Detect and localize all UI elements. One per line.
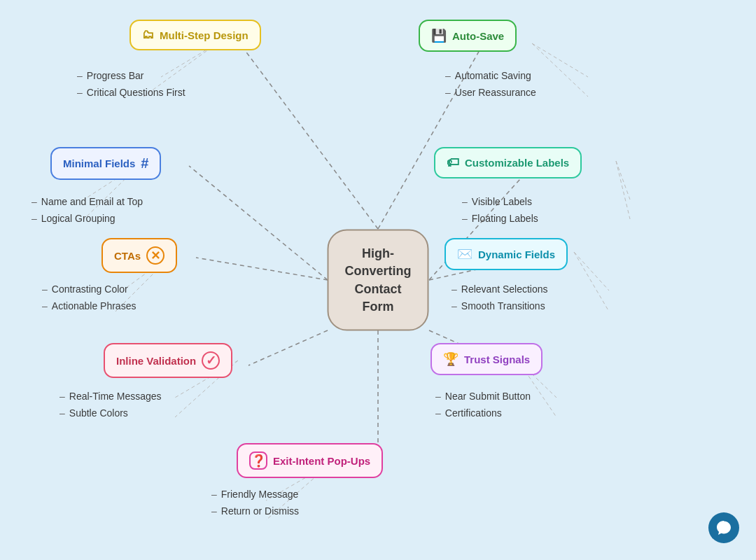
auto-save-icon: 💾 <box>431 28 447 43</box>
sub-return-dismiss: Return or Dismiss <box>211 505 299 517</box>
customizable-labels-icon: 🏷 <box>447 155 459 170</box>
svg-line-20 <box>574 252 609 312</box>
branch-trust-signals: 🏆 Trust Signals <box>430 343 542 375</box>
dynamic-fields-icon: ✉️ <box>457 246 472 262</box>
sub-logical-grouping: Logical Grouping <box>31 213 143 224</box>
svg-line-15 <box>616 161 630 200</box>
sub-floating-labels: Floating Labels <box>462 213 538 224</box>
sub-critical-questions: Critical Questions First <box>77 87 186 98</box>
sub-certifications: Certifications <box>435 407 531 419</box>
ctas-label: CTAs <box>114 250 141 262</box>
sub-realtime-messages: Real-Time Messages <box>59 391 162 402</box>
exit-intent-icon: ❓ <box>249 451 267 470</box>
customizable-labels-subitems: Visible Labels Floating Labels <box>462 196 538 224</box>
branch-customizable-labels: 🏷 Customizable Labels <box>434 147 582 178</box>
branch-ctas: CTAs ✕ <box>102 238 177 273</box>
svg-line-12 <box>532 43 588 97</box>
sub-smooth-transitions: Smooth Transitions <box>451 300 548 312</box>
minimal-fields-subitems: Name and Email at Top Logical Grouping <box>31 196 143 224</box>
sub-progress-bar: Progress Bar <box>77 70 186 81</box>
branch-minimal-fields: Minimal Fields # <box>50 147 161 180</box>
svg-line-0 <box>245 50 378 229</box>
branch-dynamic-fields: ✉️ Dynamic Fields <box>444 238 568 270</box>
svg-line-2 <box>189 166 328 280</box>
sub-visible-labels: Visible Labels <box>462 196 538 207</box>
minimal-fields-label: Minimal Fields <box>63 158 135 169</box>
sub-automatic-saving: Automatic Saving <box>445 70 536 81</box>
sub-subtle-colors: Subtle Colors <box>59 407 162 419</box>
exit-intent-label: Exit-Intent Pop-Ups <box>273 455 370 467</box>
chatbot-button[interactable] <box>708 512 739 543</box>
sub-user-reassurance: User Reassurance <box>445 87 536 98</box>
auto-save-label: Auto-Save <box>452 30 504 42</box>
inline-validation-label: Inline Validation <box>116 355 196 367</box>
branch-multi-step: 🗂 Multi-Step Design <box>130 20 261 50</box>
auto-save-subitems: Automatic Saving User Reassurance <box>445 70 536 98</box>
trust-signals-label: Trust Signals <box>464 354 530 365</box>
customizable-labels-label: Customizable Labels <box>465 157 569 169</box>
ctas-icon: ✕ <box>146 246 164 265</box>
branch-auto-save: 💾 Auto-Save <box>419 20 517 52</box>
center-label: High-ConvertingContactForm <box>344 245 411 316</box>
multi-step-label: Multi-Step Design <box>160 29 248 41</box>
svg-line-16 <box>616 161 630 219</box>
center-node: High-ConvertingContactForm <box>328 230 429 331</box>
sub-name-email: Name and Email at Top <box>31 196 143 207</box>
svg-line-4 <box>196 258 328 280</box>
sub-relevant-selections: Relevant Selections <box>451 284 548 295</box>
exit-intent-subitems: Friendly Message Return or Dismiss <box>211 489 299 517</box>
dynamic-fields-subitems: Relevant Selections Smooth Transitions <box>451 284 548 312</box>
minimal-fields-icon: # <box>141 155 148 172</box>
mind-map-diagram: High-ConvertingContactForm 🗂 Multi-Step … <box>0 0 756 560</box>
sub-contrasting-color: Contrasting Color <box>42 284 136 295</box>
svg-line-19 <box>574 252 609 290</box>
branch-exit-intent: ❓ Exit-Intent Pop-Ups <box>237 443 383 478</box>
svg-line-11 <box>532 43 588 77</box>
svg-line-6 <box>248 330 328 365</box>
chat-icon <box>715 519 732 536</box>
inline-validation-subitems: Real-Time Messages Subtle Colors <box>59 391 162 419</box>
multi-step-subitems: Progress Bar Critical Questions First <box>77 70 186 98</box>
branch-inline-validation: Inline Validation ✓ <box>104 343 232 378</box>
trust-signals-icon: 🏆 <box>443 351 458 367</box>
dynamic-fields-label: Dynamic Fields <box>478 248 555 260</box>
multi-step-icon: 🗂 <box>142 28 154 42</box>
ctas-subitems: Contrasting Color Actionable Phrases <box>42 284 136 312</box>
trust-signals-subitems: Near Submit Button Certifications <box>435 391 531 419</box>
sub-actionable-phrases: Actionable Phrases <box>42 300 136 312</box>
sub-friendly-message: Friendly Message <box>211 489 299 500</box>
inline-validation-icon: ✓ <box>202 351 220 370</box>
sub-near-submit: Near Submit Button <box>435 391 531 402</box>
